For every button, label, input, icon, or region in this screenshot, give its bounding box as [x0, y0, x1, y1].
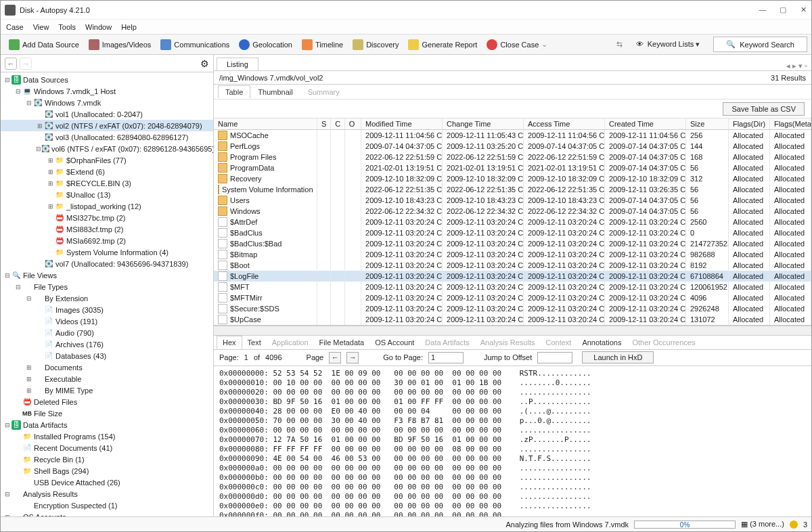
table-row[interactable]: Recovery2009-12-10 18:32:09 CET2009-12-1… [214, 173, 811, 184]
table-row[interactable]: $Boot2009-12-11 03:20:24 CET2009-12-11 0… [214, 260, 811, 271]
tree-node[interactable]: 📛MSI883cf.tmp (2) [1, 223, 213, 235]
keyword-search-button[interactable]: 🔍Keyword Search [713, 37, 807, 52]
tree-node[interactable]: ⊞📁$Extend (6) [1, 166, 213, 177]
tree-node[interactable]: ⊞Documents [1, 361, 213, 373]
menu-tools[interactable]: Tools [58, 23, 76, 31]
tree-node[interactable]: Encryption Suspected (1) [1, 500, 213, 511]
tree-node[interactable]: 📁Recycle Bin (1) [1, 453, 213, 465]
detail-tab-annotations[interactable]: Annotations [577, 336, 627, 349]
tree-node[interactable]: USB Device Attached (26) [1, 476, 213, 488]
detail-tab-os-account[interactable]: OS Account [369, 336, 420, 349]
column-header[interactable]: Name [214, 118, 317, 129]
tree-node[interactable]: 📄Audio (790) [1, 327, 213, 338]
tree-node[interactable]: 📄Images (3035) [1, 304, 213, 315]
table-row[interactable]: PerfLogs2009-07-14 04:37:05 CEST2009-12-… [214, 141, 811, 152]
tree-node[interactable]: ⊞📁_listopad_working (12) [1, 200, 213, 212]
menu-view[interactable]: View [33, 23, 49, 31]
table-row[interactable]: MSOCache2009-12-11 11:04:56 CET2009-12-1… [214, 129, 811, 141]
column-header[interactable]: Size [685, 118, 728, 129]
tree-node[interactable]: ⊞💽vol2 (NTFS / exFAT (0x07): 2048-628940… [1, 120, 213, 131]
table-row[interactable]: $AttrDef2009-12-11 03:20:24 CET2009-12-1… [214, 217, 811, 227]
menu-help[interactable]: Help [121, 23, 137, 31]
column-header[interactable]: Flags(Dir) [728, 118, 769, 129]
table-row[interactable]: $UpCase2009-12-11 03:20:24 CET2009-12-11… [214, 314, 811, 325]
column-header[interactable]: S [317, 118, 331, 129]
launch-hxd-button[interactable]: Launch in HxD [582, 351, 654, 363]
tree-node[interactable]: ⊟File Types [1, 281, 213, 292]
tree-node[interactable]: 📁System Volume Information (4) [1, 246, 213, 258]
tree-node[interactable]: ⊞📁$RECYCLE.BIN (3) [1, 177, 213, 189]
tree-node[interactable]: ⊟💻Windows 7.vmdk_1 Host [1, 85, 213, 97]
table-row[interactable]: Users2009-12-10 18:43:23 CET2009-12-10 1… [214, 195, 811, 206]
timeline-button[interactable]: Timeline [298, 38, 347, 51]
tree-node[interactable]: 📄Databases (43) [1, 350, 213, 361]
tree-node[interactable]: 📁Installed Programs (154) [1, 430, 213, 442]
tree-node[interactable]: ⊟🔍File Views [1, 269, 213, 281]
table-scrollbar[interactable] [214, 326, 811, 335]
column-header[interactable]: Modified Time [361, 118, 443, 129]
tree-node[interactable]: ⊞By MIME Type [1, 384, 213, 396]
settings-icon[interactable]: ⇆ [616, 40, 623, 49]
table-row[interactable]: $BadClus2009-12-11 03:20:24 CET2009-12-1… [214, 227, 811, 238]
nav-forward-button[interactable]: → [20, 58, 32, 70]
tab-controls[interactable]: ◂ ▸ ▾ ▫ [786, 62, 811, 70]
nav-back-button[interactable]: ← [5, 58, 17, 70]
close-case-button[interactable]: Close Case ⌄ [482, 38, 551, 51]
minimize-button[interactable]: — [759, 5, 767, 14]
tree-node[interactable]: 📄Archives (176) [1, 338, 213, 350]
notification-badge-icon[interactable] [790, 520, 798, 529]
tree[interactable]: ⊟🗄Data Sources⊟💻Windows 7.vmdk_1 Host⊟💽W… [1, 72, 213, 516]
page-prev-button[interactable]: ← [329, 352, 341, 363]
jump-offset-input[interactable] [537, 352, 572, 363]
detail-tab-file-metadata[interactable]: File Metadata [314, 336, 370, 349]
gear-icon[interactable]: ⚙ [200, 58, 209, 69]
table-row[interactable]: $LogFile2009-12-11 03:20:24 CET2009-12-1… [214, 271, 811, 282]
column-header[interactable]: C [331, 118, 344, 129]
tree-node[interactable]: 📁Shell Bags (294) [1, 465, 213, 476]
status-more[interactable]: ▦ (3 more...) [741, 520, 784, 529]
table-row[interactable]: $MFT2009-12-11 03:20:24 CET2009-12-11 03… [214, 282, 811, 292]
detail-tab-hex[interactable]: Hex [217, 336, 242, 349]
thumbnail-tab[interactable]: Thumbnail [250, 85, 300, 98]
column-header[interactable]: Access Time [523, 118, 604, 129]
table-row[interactable]: System Volume Information2022-06-12 22:5… [214, 184, 811, 195]
tree-node[interactable]: 📛Deleted Files [1, 396, 213, 407]
tree-node[interactable]: ⊞OS Accounts [1, 511, 213, 516]
tree-node[interactable]: 📛MSIa6692.tmp (2) [1, 235, 213, 246]
tree-node[interactable]: ⊟💽vol6 (NTFS / exFAT (0x07): 62896128-94… [1, 143, 213, 154]
page-next-button[interactable]: → [346, 352, 359, 363]
tree-node[interactable]: 💽vol3 (Unallocated: 62894080-62896127) [1, 131, 213, 143]
table-row[interactable]: $Bitmap2009-12-11 03:20:24 CET2009-12-11… [214, 249, 811, 260]
column-header[interactable]: Change Time [443, 118, 524, 129]
listing-tab[interactable]: Listing [217, 58, 258, 70]
save-csv-button[interactable]: Save Table as CSV [723, 102, 805, 116]
tree-node[interactable]: ⊞📁$OrphanFiles (77) [1, 154, 213, 166]
tree-node[interactable]: ⊟Analysis Results [1, 488, 213, 500]
add-data-source-button[interactable]: Add Data Source [5, 38, 83, 51]
keyword-lists-button[interactable]: 👁 Keyword Lists ▾ [629, 38, 707, 51]
table-row[interactable]: $MFTMirr2009-12-11 03:20:24 CET2009-12-1… [214, 292, 811, 303]
tree-node[interactable]: ⊟🗄Data Artifacts [1, 419, 213, 430]
tree-node[interactable]: ⊞Executable [1, 373, 213, 384]
table-row[interactable]: $BadClus:$Bad2009-12-11 03:20:24 CET2009… [214, 238, 811, 249]
table-row[interactable]: ProgramData2021-02-01 13:19:51 CET2021-0… [214, 162, 811, 173]
table-row[interactable]: Program Files2022-06-12 22:51:59 CEST202… [214, 152, 811, 162]
maximize-button[interactable]: ▢ [779, 5, 787, 14]
tree-node[interactable]: 📁$Unalloc (13) [1, 189, 213, 200]
tree-node[interactable]: ⊟💽Windows 7.vmdk [1, 97, 213, 108]
tree-node[interactable]: MBFile Size [1, 407, 213, 419]
table-tab[interactable]: Table [218, 85, 250, 98]
table-row[interactable]: Windows2022-06-12 22:34:32 CEST2022-06-1… [214, 206, 811, 217]
tree-node[interactable]: 📄Videos (191) [1, 315, 213, 327]
communications-button[interactable]: Communications [156, 38, 233, 51]
detail-tab-text[interactable]: Text [242, 336, 267, 349]
discovery-button[interactable]: Discovery [348, 38, 403, 51]
menu-window[interactable]: Window [85, 23, 112, 31]
generate-report-button[interactable]: Generate Report [404, 38, 481, 51]
tree-node[interactable]: ⊟By Extension [1, 292, 213, 304]
close-button[interactable]: ✕ [799, 5, 807, 14]
tree-node[interactable]: 💽vol7 (Unallocated: 94365696-94371839) [1, 258, 213, 269]
tree-node[interactable]: 📄Recent Documents (41) [1, 442, 213, 453]
hex-view[interactable]: 0x00000000: 52 53 54 52 1E 00 09 00 00 0… [214, 366, 811, 517]
tree-node[interactable]: ⊟🗄Data Sources [1, 74, 213, 85]
